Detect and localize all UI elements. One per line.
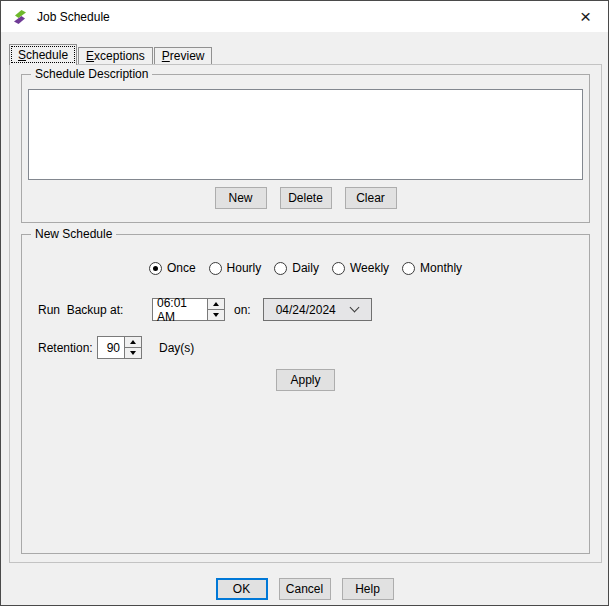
tab-exceptions[interactable]: Exceptions bbox=[78, 47, 153, 64]
schedule-description-buttons: New Delete Clear bbox=[22, 187, 589, 209]
time-spin-up-button[interactable] bbox=[208, 299, 224, 309]
delete-button[interactable]: Delete bbox=[280, 187, 332, 209]
job-schedule-dialog: Job Schedule × Schedule Exceptions Previ… bbox=[0, 0, 609, 606]
radio-daily-icon bbox=[274, 262, 287, 275]
date-dropdown[interactable]: 04/24/2024 bbox=[263, 298, 372, 321]
schedule-description-group: Schedule Description New Delete Clear bbox=[21, 74, 590, 223]
apply-button[interactable]: Apply bbox=[276, 369, 335, 391]
retention-spin-down-button[interactable] bbox=[125, 347, 141, 358]
close-icon: × bbox=[580, 7, 591, 26]
backup-time-value: 06:01 AM bbox=[153, 299, 207, 320]
apply-row: Apply bbox=[22, 369, 589, 391]
run-backup-row: Run Backup at: 06:01 AM on: 04/24/2024 bbox=[38, 298, 372, 321]
radio-once-icon bbox=[149, 262, 162, 275]
date-value: 04/24/2024 bbox=[276, 303, 336, 317]
radio-hourly[interactable]: Hourly bbox=[209, 261, 262, 275]
radio-daily[interactable]: Daily bbox=[274, 261, 319, 275]
retention-spin-buttons bbox=[124, 337, 141, 358]
arrow-up-icon bbox=[213, 302, 219, 306]
radio-monthly[interactable]: Monthly bbox=[402, 261, 462, 275]
title-bar: Job Schedule × bbox=[1, 1, 608, 32]
frequency-radio-group: Once Hourly Daily Weekly Monthly bbox=[22, 261, 589, 275]
retention-value: 90 bbox=[98, 337, 124, 358]
time-spin-buttons bbox=[207, 299, 224, 320]
tab-preview[interactable]: Preview bbox=[154, 47, 213, 64]
run-backup-label: Run Backup at: bbox=[38, 303, 152, 317]
new-schedule-legend: New Schedule bbox=[31, 227, 116, 242]
retention-label: Retention: bbox=[38, 341, 97, 355]
clear-button[interactable]: Clear bbox=[345, 187, 397, 209]
retention-unit-label: Day(s) bbox=[159, 341, 194, 355]
close-button[interactable]: × bbox=[563, 2, 608, 32]
help-button[interactable]: Help bbox=[342, 578, 394, 600]
backup-time-spinner[interactable]: 06:01 AM bbox=[152, 298, 225, 321]
arrow-down-icon bbox=[213, 313, 219, 317]
arrow-up-icon bbox=[130, 340, 136, 344]
schedule-description-list[interactable] bbox=[28, 89, 583, 180]
retention-spinner[interactable]: 90 bbox=[97, 336, 142, 359]
retention-row: Retention: 90 Day(s) bbox=[38, 336, 194, 359]
radio-monthly-icon bbox=[402, 262, 415, 275]
tab-strip: Schedule Exceptions Preview bbox=[9, 45, 213, 65]
schedule-tab-panel: Schedule Description New Delete Clear Ne… bbox=[9, 64, 602, 563]
arrow-down-icon bbox=[130, 351, 136, 355]
retention-spin-up-button[interactable] bbox=[125, 337, 141, 347]
schedule-description-legend: Schedule Description bbox=[31, 67, 152, 82]
new-schedule-group: New Schedule Once Hourly Daily Weekly Mo… bbox=[21, 234, 590, 554]
radio-weekly-icon bbox=[332, 262, 345, 275]
dialog-footer: OK Cancel Help bbox=[1, 578, 608, 600]
ok-button[interactable]: OK bbox=[216, 578, 268, 600]
tab-schedule[interactable]: Schedule bbox=[9, 44, 77, 65]
chevron-down-icon bbox=[349, 303, 359, 313]
radio-hourly-icon bbox=[209, 262, 222, 275]
window-title: Job Schedule bbox=[37, 10, 110, 24]
radio-once[interactable]: Once bbox=[149, 261, 196, 275]
time-spin-down-button[interactable] bbox=[208, 309, 224, 320]
app-logo-icon bbox=[12, 9, 28, 25]
cancel-button[interactable]: Cancel bbox=[279, 578, 331, 600]
radio-weekly[interactable]: Weekly bbox=[332, 261, 389, 275]
on-label: on: bbox=[234, 303, 251, 317]
new-button[interactable]: New bbox=[215, 187, 267, 209]
